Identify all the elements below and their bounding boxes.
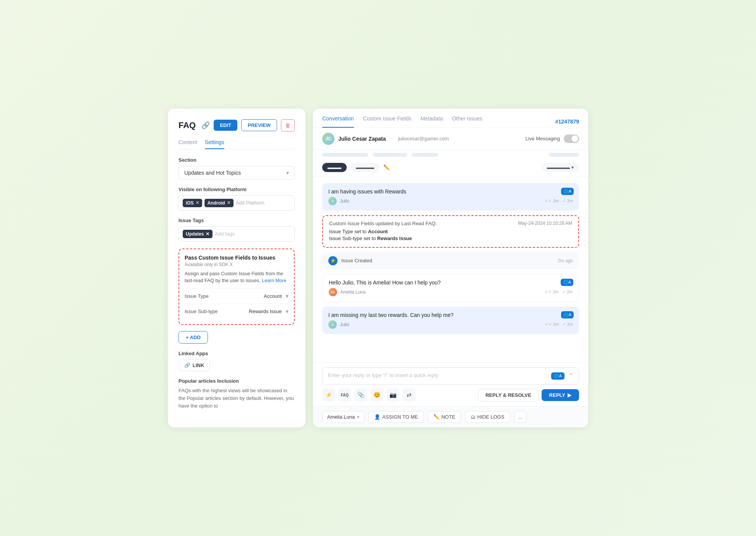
remove-android-button[interactable]: ✕ (227, 200, 230, 205)
tab-content[interactable]: Content (178, 139, 197, 149)
conv-tabs: Conversation Custom Issue Fields Metadat… (322, 115, 482, 128)
assign-icon: 👤 (374, 414, 380, 420)
translate-icon2[interactable]: 🌐A (561, 279, 573, 286)
msg-avatar-1: J (328, 197, 337, 205)
reply-box: Enter your reply or type "/" to insert a… (313, 362, 588, 406)
translate-icon3[interactable]: 🌐A (561, 311, 574, 318)
msg-sender-5: Julio (340, 322, 349, 327)
edit-button[interactable]: EDIT (214, 120, 237, 131)
faq-tabs: Content Settings (178, 139, 295, 149)
filter-pill-dark[interactable]: ▬▬▬ (322, 163, 347, 172)
agent-avatar: AL (329, 288, 337, 296)
skeleton-bar (373, 153, 407, 157)
hide-logs-button[interactable]: 🗂 HIDE LOGS (465, 411, 510, 423)
conversation-panel: Conversation Custom Issue Fields Metadat… (313, 109, 588, 428)
assign-to-me-button[interactable]: 👤 ASSIGN TO ME (368, 411, 423, 423)
issue-created-text: Issue Created (341, 258, 554, 263)
lightning-icon: ⚡ (328, 256, 337, 265)
section-dropdown[interactable]: Updates and Hot Topics ▾ (178, 166, 295, 180)
faq-toolbar-btn[interactable]: FAQ (338, 388, 351, 401)
msg-time-5: ✓✓ 2m ✓ 2m (545, 322, 573, 327)
msg-text-1: I am having issues with Rewards (328, 188, 573, 195)
popular-articles-label: Popular articles Inclusion (178, 378, 295, 384)
lightning-toolbar-btn[interactable]: ⚡ (322, 388, 335, 401)
live-messaging-label: Live Messaging (526, 136, 560, 141)
filter-bar: ▬▬▬ ▬▬▬▬ ✏️ ▬▬▬▬▬ ▾ (313, 160, 588, 177)
reply-placeholder[interactable]: Enter your reply or type "/" to insert a… (328, 372, 547, 378)
hide-logs-icon: 🗂 (470, 414, 475, 420)
live-messaging-row: Live Messaging (526, 135, 579, 143)
link-button[interactable]: 🔗 LINK (178, 359, 210, 371)
android-label: Android (208, 200, 225, 206)
arrows-toolbar-btn[interactable]: ⇄ (402, 388, 415, 401)
delete-button[interactable]: 🗑 (281, 119, 295, 132)
platform-field: Visible on following Platform iOS ✕ Andr… (178, 187, 295, 211)
reply-translate-btn[interactable]: 🌐A (551, 372, 565, 380)
issue-subtype-value: Rewards Issue (249, 309, 282, 314)
updates-label: Updates (186, 231, 204, 237)
faq-panel: FAQ 🔗 EDIT PREVIEW 🗑 Content Settings Se… (168, 109, 305, 428)
translate-icon[interactable]: 🌐A (561, 188, 574, 195)
tab-custom-issue-fields[interactable]: Custom Issue Fields (363, 115, 412, 128)
msg-footer-1: J Julio ✓✓ 2m ✓ 2m (328, 197, 573, 205)
right-filter[interactable]: ▬▬▬▬▬ ▾ (542, 163, 579, 172)
preview-button[interactable]: PREVIEW (241, 119, 277, 131)
platform-chip-ios: iOS ✕ (183, 199, 202, 207)
assignee-name: Amelia Luna (327, 414, 355, 420)
bottom-bar: Amelia Luna ▾ 👤 ASSIGN TO ME ✏️ NOTE 🗂 H… (313, 406, 588, 427)
ios-label: iOS (186, 200, 194, 206)
assignee-select[interactable]: Amelia Luna ▾ (322, 411, 365, 423)
reply-toolbar: ⚡ FAQ 📎 😊 📷 ⇄ REPLY & RESOLVE REPLY ▶ (322, 388, 579, 406)
custom-issue-box: Pass Custom Issue Fields to Issues Avail… (178, 249, 295, 325)
live-messaging-toggle[interactable] (564, 135, 579, 143)
popular-articles-section: Popular articles Inclusion FAQs with the… (178, 378, 295, 410)
system-msg-line-1: Issue Type set to Account (329, 229, 572, 234)
platform-tags: iOS ✕ Android ✕ Add Platform (178, 195, 295, 211)
faq-title: FAQ (178, 120, 198, 130)
emoji-toolbar-btn[interactable]: 😊 (370, 388, 383, 401)
issue-subtype-label: Issue Sub-type (185, 309, 249, 314)
msg-sender-4: Amelia Luna (340, 289, 366, 295)
issue-subtype-chevron-icon: ▾ (286, 308, 289, 315)
reply-input-area[interactable]: Enter your reply or type "/" to insert a… (322, 367, 579, 385)
linked-apps-section: Linked Apps 🔗 LINK (178, 351, 295, 371)
pencil-icon[interactable]: ✏️ (383, 164, 390, 171)
tab-metadata[interactable]: Metadata (420, 115, 443, 128)
issue-created-time: 2m ago (558, 258, 573, 263)
more-options-button[interactable]: ... (514, 411, 527, 423)
message-1: 🌐A I am having issues with Rewards J Jul… (322, 183, 579, 211)
chevron-down-icon2: ▾ (571, 165, 574, 170)
msg-time-1: ✓✓ 2m ✓ 2m (545, 198, 573, 203)
issue-type-value: Account (264, 293, 282, 299)
issue-tags-label: Issue Tags (178, 218, 295, 223)
attachment-toolbar-btn[interactable]: 📎 (354, 388, 367, 401)
reply-resolve-button[interactable]: REPLY & RESOLVE (478, 389, 539, 401)
issue-tags-input[interactable]: Updates ✕ Add tags (178, 226, 295, 242)
filter-pill-2[interactable]: ▬▬▬▬ (350, 163, 380, 172)
user-info-row: JC Julio Cesar Zapata · juliocesar@gamer… (313, 128, 588, 150)
message-5: 🌐A I am missing my last two rewards. Can… (322, 307, 579, 334)
add-platform-button[interactable]: Add Platform (236, 200, 264, 206)
main-container: FAQ 🔗 EDIT PREVIEW 🗑 Content Settings Se… (168, 109, 588, 428)
reply-button[interactable]: REPLY ▶ (542, 389, 579, 401)
tab-settings[interactable]: Settings (205, 139, 224, 149)
msg-footer-5: J Julio ✓✓ 2m ✓ 2m (328, 320, 573, 329)
linked-apps-label: Linked Apps (178, 351, 295, 356)
issue-type-row: Issue Type Account ▾ (185, 288, 289, 304)
skeleton-bar (322, 153, 368, 157)
tab-conversation[interactable]: Conversation (322, 115, 354, 128)
remove-updates-button[interactable]: ✕ (206, 231, 209, 237)
expand-icon[interactable]: ⌃ (568, 372, 573, 380)
popular-articles-desc: FAQs with the highest views will be show… (178, 387, 295, 410)
remove-ios-button[interactable]: ✕ (196, 200, 199, 205)
note-button[interactable]: ✏️ NOTE (428, 411, 461, 423)
learn-more-link[interactable]: Learn More (262, 278, 286, 283)
camera-toolbar-btn[interactable]: 📷 (386, 388, 399, 401)
link-icon2: 🔗 (184, 362, 190, 368)
issue-number: #1247879 (555, 119, 579, 125)
tab-other-issues[interactable]: Other Issues (452, 115, 482, 128)
msg-footer-4: AL Amelia Luna ✓✓ 2m ✓ 2m (329, 288, 573, 296)
add-button[interactable]: + ADD (178, 331, 208, 344)
user-email: juliocesar@gamer.com (398, 136, 449, 141)
dot-separator: · (391, 135, 393, 142)
